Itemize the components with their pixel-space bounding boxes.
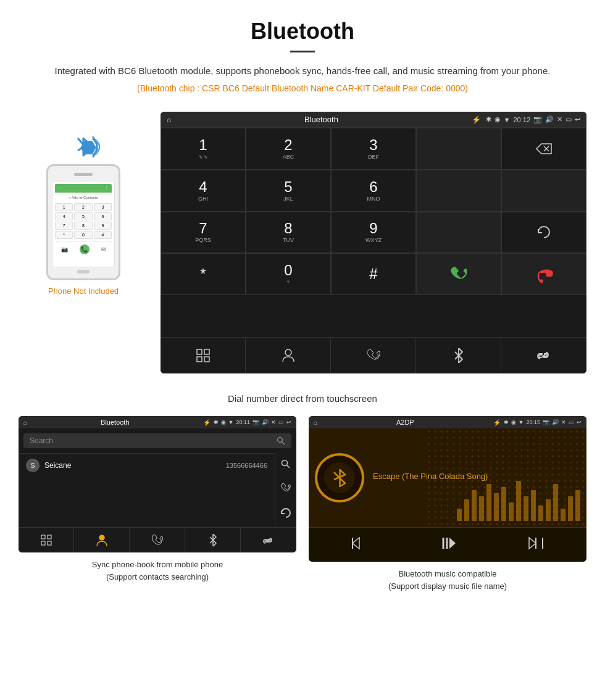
dial-key-2[interactable]: 2 ABC <box>246 128 331 170</box>
contact-name: Seicane <box>44 461 226 470</box>
phone-key-star[interactable]: * <box>55 231 73 239</box>
dial-key-1[interactable]: 1 ∿∿ <box>161 128 246 170</box>
phone-key-hash[interactable]: # <box>94 231 112 239</box>
dial-bottom-phone-icon[interactable] <box>331 338 416 373</box>
dial-bottom-grid-icon[interactable] <box>161 338 246 373</box>
empty-r2c5 <box>501 170 586 212</box>
phone-key-1[interactable]: 1 <box>55 203 73 211</box>
menu-dots: ⋮ <box>104 186 109 191</box>
status-icons: ✱ ◉ ▼ 20:12 📷 🔊 ✕ ▭ ↩ <box>486 115 580 123</box>
dial-bottom-bluetooth-icon[interactable] <box>416 338 501 373</box>
close-icon[interactable]: ✕ <box>557 115 562 123</box>
display-area <box>416 128 501 170</box>
svg-rect-19 <box>457 509 462 521</box>
key-sub-1: ∿∿ <box>198 154 208 160</box>
phone-key-6[interactable]: 6 <box>94 212 112 220</box>
svg-rect-6 <box>204 357 209 362</box>
dial-bottom-link-icon[interactable] <box>501 338 586 373</box>
phone-key-9[interactable]: 9 <box>94 222 112 230</box>
music-bt-icon-svg <box>329 467 351 489</box>
page-wrapper: Bluetooth Integrated with BC6 Bluetooth … <box>0 0 605 592</box>
album-art <box>315 453 364 502</box>
phonebook-screen-wrap: ⌂ Bluetooth ⚡ ✱ ◉ ▼ 20:11 📷 🔊 ✕ ▭ ↩ <box>19 416 296 592</box>
pb-bottom-contact-icon[interactable] <box>74 528 130 552</box>
dial-key-hash[interactable]: # <box>331 253 416 295</box>
pb-win-icon[interactable]: ▭ <box>278 419 284 425</box>
phone-key-7[interactable]: 7 <box>55 222 73 230</box>
pb-bottom-link-icon[interactable] <box>241 528 296 552</box>
music-home-icon[interactable]: ⌂ <box>314 419 317 426</box>
dial-bottom-contact-icon[interactable] <box>246 338 331 373</box>
contact-initial: S <box>26 459 40 472</box>
dial-key-3[interactable]: 3 DEF <box>331 128 416 170</box>
music-usb-icon: ⚡ <box>493 419 501 426</box>
pb-vol-icon[interactable]: 🔊 <box>262 419 269 425</box>
music-back-icon[interactable]: ↩ <box>577 419 582 425</box>
phone-top-bar <box>52 170 115 178</box>
svg-rect-27 <box>516 481 521 521</box>
pb-bottom-bt-icon[interactable] <box>185 528 241 552</box>
dial-key-star[interactable]: * <box>161 253 246 295</box>
page-title: Bluetooth <box>37 19 568 44</box>
key-num-8: 8 <box>284 221 292 236</box>
call-green-button[interactable] <box>416 253 501 295</box>
pb-status-icons: ✱ ◉ ▼ 20:11 📷 🔊 ✕ ▭ ↩ <box>214 419 291 425</box>
music-status-title: A2DP <box>320 419 490 426</box>
pb-bottom-phone-icon[interactable] <box>130 528 185 552</box>
signal-waves-svg <box>90 135 104 159</box>
search-side-icon <box>281 459 291 469</box>
phone-screen-header: ← ⋮ <box>55 184 112 193</box>
call-green-icon <box>449 265 468 283</box>
add-contact-label: + Add to Contacts <box>55 194 112 201</box>
dial-key-8[interactable]: 8 TUV <box>246 212 331 254</box>
phone-bottom-bar: 📷 📞 ✉ <box>55 241 112 257</box>
home-icon[interactable]: ⌂ <box>167 115 171 124</box>
prev-button[interactable] <box>345 534 373 556</box>
svg-point-8 <box>278 438 283 443</box>
refresh-button[interactable] <box>501 212 586 254</box>
call-red-button[interactable] <box>501 253 586 295</box>
pb-bottom-grid-icon[interactable] <box>19 528 74 552</box>
phone-call-button[interactable]: 📞 <box>80 244 90 254</box>
phonebook-screen: ⌂ Bluetooth ⚡ ✱ ◉ ▼ 20:11 📷 🔊 ✕ ▭ ↩ <box>19 416 296 552</box>
pb-bt-icon: ✱ <box>214 419 219 425</box>
phone-key-0[interactable]: 0 <box>74 231 92 239</box>
dial-key-6[interactable]: 6 MNO <box>331 170 416 212</box>
pb-back-icon[interactable]: ↩ <box>286 419 291 425</box>
backspace-icon <box>535 143 553 155</box>
next-button[interactable] <box>522 534 550 556</box>
pb-x-icon[interactable]: ✕ <box>271 419 276 425</box>
phone-key-5[interactable]: 5 <box>74 212 92 220</box>
music-x-icon[interactable]: ✕ <box>561 419 566 425</box>
phone-key-4[interactable]: 4 <box>55 212 73 220</box>
next-icon <box>528 536 544 550</box>
svg-rect-4 <box>204 349 209 354</box>
dial-key-9[interactable]: 9 WXYZ <box>331 212 416 254</box>
pb-search-bar[interactable]: Search <box>23 433 291 448</box>
dial-key-4[interactable]: 4 GHI <box>161 170 246 212</box>
dial-key-5[interactable]: 5 JKL <box>246 170 331 212</box>
phone-key-3[interactable]: 3 <box>94 203 112 211</box>
dialpad-grid: 1 ∿∿ 2 ABC 3 DEF <box>161 127 586 337</box>
volume-icon[interactable]: 🔊 <box>545 115 554 123</box>
svg-rect-5 <box>197 357 202 362</box>
dial-key-0[interactable]: 0 + <box>246 253 331 295</box>
svg-rect-30 <box>538 506 543 521</box>
phone-key-8[interactable]: 8 <box>74 222 92 230</box>
pb-contact-row[interactable]: S Seicane 13566664466 <box>19 453 275 477</box>
backspace-button[interactable] <box>501 128 586 170</box>
key-sub-2: ABC <box>283 154 294 160</box>
phone-dialpad: 1 2 3 4 5 6 7 8 9 * 0 # <box>55 203 112 239</box>
music-win-icon[interactable]: ▭ <box>569 419 574 425</box>
music-vol-icon[interactable]: 🔊 <box>552 419 559 425</box>
pb-refresh-side-icon[interactable] <box>280 507 291 521</box>
pb-search-side-icon[interactable] <box>281 459 291 472</box>
phone-key-2[interactable]: 2 <box>74 203 92 211</box>
pb-home-icon[interactable]: ⌂ <box>23 419 27 426</box>
window-icon[interactable]: ▭ <box>565 115 572 123</box>
play-pause-button[interactable] <box>433 534 462 556</box>
pb-usb-icon: ⚡ <box>203 419 211 426</box>
back-icon[interactable]: ↩ <box>575 115 580 123</box>
pb-phone-side-icon[interactable] <box>281 483 291 496</box>
dial-key-7[interactable]: 7 PQRS <box>161 212 246 254</box>
